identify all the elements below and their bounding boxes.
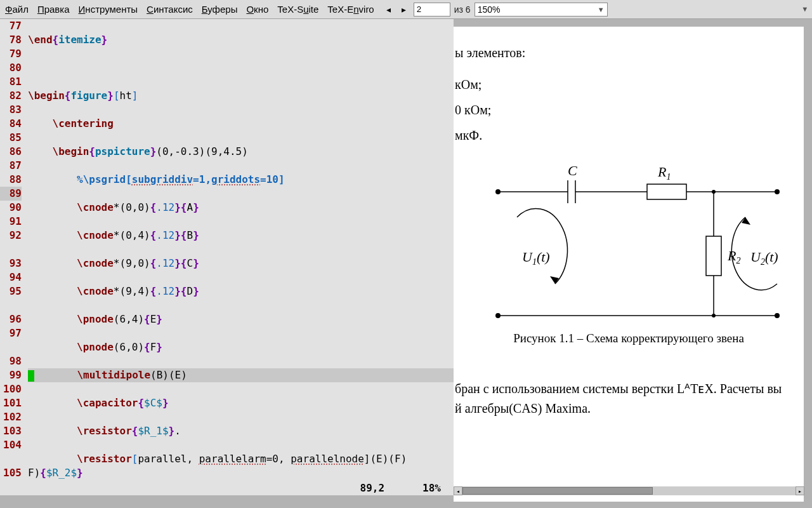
editor-status-bar: 89,2 18% [0, 481, 454, 495]
pdf-page: ы элементов: кОм; 0 кОм; мкФ. [454, 27, 804, 502]
svg-rect-4 [647, 184, 686, 199]
pdf-of-label: из 6 [454, 4, 471, 15]
svg-point-15 [775, 313, 780, 318]
menu-edit[interactable]: Правка [37, 4, 70, 15]
scroll-right-icon[interactable]: ▸ [796, 486, 804, 495]
svg-marker-17 [742, 217, 750, 225]
pdf-next-icon[interactable]: ▸ [398, 4, 410, 15]
svg-text:U1(t): U1(t) [522, 249, 550, 267]
pdf-toolbar: ◂ ▸ из 6 150% ▼ [383, 3, 608, 17]
cursor-position: 89,2 [360, 481, 385, 495]
circuit-diagram: C R1 R2 U1(t) U2(t) [492, 160, 783, 325]
svg-point-13 [712, 314, 716, 318]
svg-text:C: C [568, 163, 577, 178]
svg-point-10 [495, 189, 501, 194]
doc-text-line: бран с использованием системы верстки Lᴬ… [455, 381, 782, 396]
menu-syntax[interactable]: Синтаксис [147, 4, 193, 15]
svg-marker-16 [550, 276, 559, 284]
horizontal-scrollbar[interactable]: ◂ ▸ [454, 486, 804, 495]
doc-text-line: ы элементов: [455, 46, 525, 60]
doc-text-line: кОм; [455, 77, 481, 92]
figure-caption: Рисунок 1.1 – Схема корректирующего звен… [454, 331, 804, 345]
svg-point-11 [775, 189, 780, 194]
scrollbar-thumb[interactable] [462, 487, 653, 495]
menu-buffers[interactable]: Буферы [202, 4, 238, 15]
code-area[interactable]: \end{itemize} \begin{figure}[ht] \center… [28, 19, 454, 495]
svg-point-14 [495, 313, 501, 318]
editor-pane[interactable]: 7778798081828384858687888990919293949596… [0, 19, 454, 495]
pdf-zoom-select[interactable]: 150% ▼ [475, 3, 608, 17]
svg-rect-7 [706, 236, 721, 276]
svg-point-12 [712, 190, 716, 194]
pdf-preview-pane[interactable]: ы элементов: кОм; 0 кОм; мкФ. [454, 19, 812, 495]
top-toolbar: Файл Правка Инструменты Синтаксис Буферы… [0, 0, 812, 19]
overflow-icon[interactable]: ▼ [802, 5, 807, 13]
menu-file[interactable]: Файл [5, 4, 29, 15]
line-gutter: 7778798081828384858687888990919293949596… [0, 19, 24, 480]
menu-texsuite[interactable]: TeX-Suite [277, 4, 318, 15]
pdf-page-input[interactable] [414, 3, 450, 17]
menubar: Файл Правка Инструменты Синтаксис Буферы… [0, 4, 379, 15]
doc-text-line: мкФ. [455, 128, 482, 143]
pdf-zoom-value: 150% [478, 4, 501, 15]
text-cursor [28, 370, 34, 382]
svg-text:U2(t): U2(t) [750, 249, 778, 267]
doc-text-line: 0 кОм; [455, 103, 491, 117]
doc-text-line: й алгебры(CAS) Maxima. [455, 401, 591, 416]
scroll-left-icon[interactable]: ◂ [454, 486, 462, 495]
svg-text:R1: R1 [657, 164, 671, 182]
pdf-prev-icon[interactable]: ◂ [383, 4, 395, 15]
menu-window[interactable]: Окно [246, 4, 268, 15]
svg-text:R2: R2 [727, 248, 740, 265]
menu-tools[interactable]: Инструменты [79, 4, 138, 15]
scroll-percent: 18% [422, 481, 441, 495]
dropdown-icon: ▼ [598, 6, 605, 13]
menu-texenv[interactable]: TeX-Enviro [327, 4, 374, 15]
